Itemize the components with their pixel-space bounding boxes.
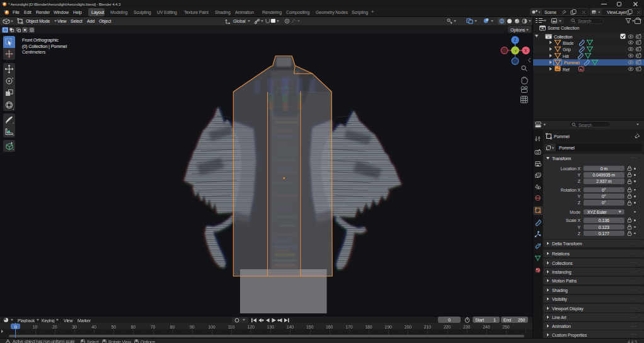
- svg-text:Z: Z: [514, 38, 517, 42]
- svg-text:-Y: -Y: [514, 49, 517, 53]
- svg-text:X: X: [524, 49, 527, 53]
